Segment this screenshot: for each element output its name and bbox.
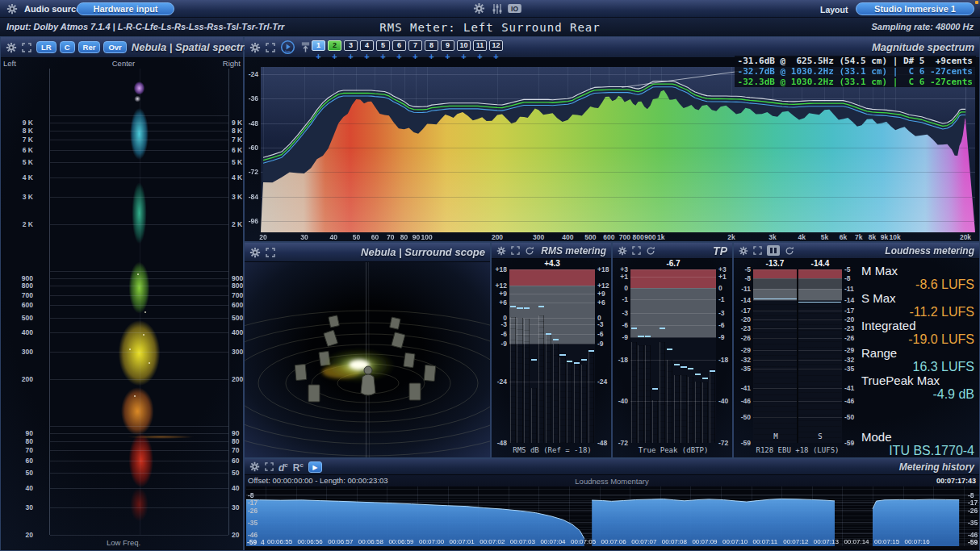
- scope-gear-icon[interactable]: [249, 247, 261, 258]
- history-expand-icon[interactable]: [265, 462, 274, 471]
- spectrum-channel-button-1[interactable]: 1: [312, 40, 325, 51]
- freq-axis-label-left: 90: [12, 429, 33, 437]
- spectrogram-mode-button-rer[interactable]: Rer: [78, 41, 101, 53]
- true-peak-panel: TP -6.7 True Peak (dBTP) +3+3+1+100-1-1-…: [612, 242, 733, 458]
- reset-duration-counter-icon[interactable]: dc: [279, 460, 288, 474]
- meter-scale-label-left: -72: [613, 439, 628, 447]
- io-icon[interactable]: [507, 3, 522, 14]
- meter-peak-marker: [631, 328, 637, 329]
- loudness-pause-button[interactable]: [767, 245, 780, 256]
- spectrogram-mode-button-c[interactable]: C: [60, 41, 75, 53]
- meter-peak-marker: [517, 307, 522, 309]
- meter-peak-marker: [674, 364, 680, 365]
- spectrum-channel-button-3[interactable]: 3: [344, 40, 358, 51]
- history-time-label: 00:07:10: [722, 538, 748, 546]
- spectrum-channel-button-10[interactable]: 10: [457, 40, 471, 51]
- spectrum-channel-button-6[interactable]: 6: [392, 40, 406, 51]
- hardware-input-button[interactable]: Hardware input: [77, 2, 174, 15]
- rms-expand-icon[interactable]: [511, 246, 520, 255]
- spectrum-channel-button-11[interactable]: 11: [473, 40, 487, 51]
- reset-range-counter-icon[interactable]: Rc: [293, 460, 304, 474]
- history-time-label: 00:07:14: [844, 538, 869, 546]
- spectrogram-display[interactable]: [49, 69, 229, 535]
- meter-scale-label-left: -24: [492, 378, 507, 386]
- top-bar: Audio source Hardware input Layout Studi…: [0, 0, 980, 18]
- loudness-meter-display[interactable]: [753, 269, 842, 443]
- meter-scale-label-right: -40: [718, 397, 734, 405]
- spectrogram-speckle: [149, 362, 150, 364]
- tp-header: TP: [613, 243, 732, 259]
- spectrum-channel-add-marker[interactable]: +: [392, 52, 406, 61]
- freq-axis-label-left: 3 K: [12, 193, 33, 201]
- spectrum-channel-button-12[interactable]: 12: [489, 40, 503, 51]
- meter-peak-marker: [538, 306, 544, 307]
- spectrum-channel-add-marker[interactable]: +: [457, 52, 471, 61]
- history-play-button[interactable]: ▶: [308, 461, 322, 473]
- spectrum-channel-add-marker[interactable]: +: [360, 52, 374, 61]
- freq-axis-label-left: 80: [12, 437, 33, 445]
- spectrum-channel-add-marker[interactable]: +: [312, 52, 325, 61]
- surround-scope-display[interactable]: [245, 262, 490, 457]
- spectrum-channel-add-marker[interactable]: +: [376, 52, 390, 61]
- live-play-button[interactable]: [280, 40, 295, 55]
- loudness-scale-label-right: -32: [844, 356, 861, 364]
- spectrum-readout-1: -32.7dB @ 1030.2Hz (33.1 cm) | C 6 -27ce…: [735, 66, 976, 77]
- spectrum-channel-button-5[interactable]: 5: [376, 40, 390, 51]
- pan-label-center: Center: [106, 60, 141, 68]
- spectrum-channel-add-marker[interactable]: +: [441, 52, 454, 61]
- meter-bar: [581, 365, 587, 443]
- spectrum-display[interactable]: [261, 67, 975, 232]
- tp-expand-icon[interactable]: [632, 246, 641, 255]
- meter-display[interactable]: [509, 269, 595, 443]
- history-display[interactable]: [246, 486, 979, 546]
- history-gear-icon[interactable]: [249, 461, 260, 472]
- spectrum-channel-button-2[interactable]: 2: [328, 40, 341, 51]
- meter-scale-label-left: -40: [613, 397, 628, 405]
- spectrogram-expand-icon[interactable]: [22, 43, 31, 52]
- spatial-spectrogram-panel: LRCRerOvr Nebula | Spatial spectrogram L…: [0, 36, 244, 551]
- meter-scale-label-left: -3: [613, 309, 628, 317]
- loudness-gear-icon[interactable]: [739, 246, 748, 256]
- spectrum-channel-add-marker[interactable]: +: [344, 52, 358, 61]
- spectrum-channel-add-marker[interactable]: +: [425, 52, 438, 61]
- spectrum-channel-button-7[interactable]: 7: [408, 40, 422, 51]
- rms-metering-panel: RMS metering +4.3 RMS dB (Ref = -18) +18…: [491, 242, 612, 458]
- meter-scale-label-left: -9: [613, 333, 628, 341]
- scope-expand-icon[interactable]: [266, 248, 275, 257]
- spectrogram-mode-button-ovr[interactable]: Ovr: [103, 41, 126, 53]
- meter-bar: [652, 400, 658, 443]
- settings-gear-icon[interactable]: [473, 2, 485, 15]
- spectrum-channel-add-marker[interactable]: +: [408, 52, 422, 61]
- history-time-label: 00:06:56: [298, 538, 323, 546]
- tp-gear-icon[interactable]: [618, 246, 627, 256]
- tp-reset-icon[interactable]: [646, 246, 655, 256]
- freeze-icon[interactable]: [300, 42, 311, 52]
- spectrum-channel-button-4[interactable]: 4: [360, 40, 374, 51]
- meter-display[interactable]: [630, 269, 716, 443]
- rms-gear-icon[interactable]: [496, 246, 506, 256]
- meter-scale-label-left: +12: [492, 282, 507, 290]
- meter-tick-line: [509, 294, 595, 294]
- spectrum-channel-button-9[interactable]: 9: [441, 40, 454, 51]
- spectrogram-mode-button-lr[interactable]: LR: [36, 41, 57, 53]
- loudness-reset-icon[interactable]: [785, 246, 794, 256]
- spectrum-gear-icon[interactable]: [249, 42, 261, 53]
- spectrum-channel-add-marker[interactable]: +: [328, 52, 341, 61]
- spectrum-channel-add-marker[interactable]: +: [473, 52, 487, 61]
- spectrogram-gear-icon[interactable]: [6, 42, 17, 53]
- loudness-expand-icon[interactable]: [753, 246, 762, 255]
- meter-scale-label-right: -3: [718, 309, 734, 317]
- loudness-scale-label-left: -20: [734, 315, 751, 324]
- spectrum-channel-add-marker[interactable]: +: [489, 52, 503, 61]
- meter-scale-label-right: -1: [718, 295, 734, 303]
- rms-reset-icon[interactable]: [525, 246, 534, 256]
- spectrum-expand-icon[interactable]: [266, 43, 275, 52]
- audio-source-gear-icon[interactable]: [6, 3, 18, 15]
- loudness-scale-label-left: -32: [734, 356, 751, 364]
- meter-bar: [553, 344, 559, 443]
- stat-label: S Max: [861, 291, 974, 305]
- freq-axis-label-left: 30: [12, 503, 33, 511]
- layout-preset-button[interactable]: Studio Immersive 1: [856, 2, 974, 15]
- sliders-icon[interactable]: [492, 3, 503, 15]
- spectrum-channel-button-8[interactable]: 8: [425, 40, 438, 51]
